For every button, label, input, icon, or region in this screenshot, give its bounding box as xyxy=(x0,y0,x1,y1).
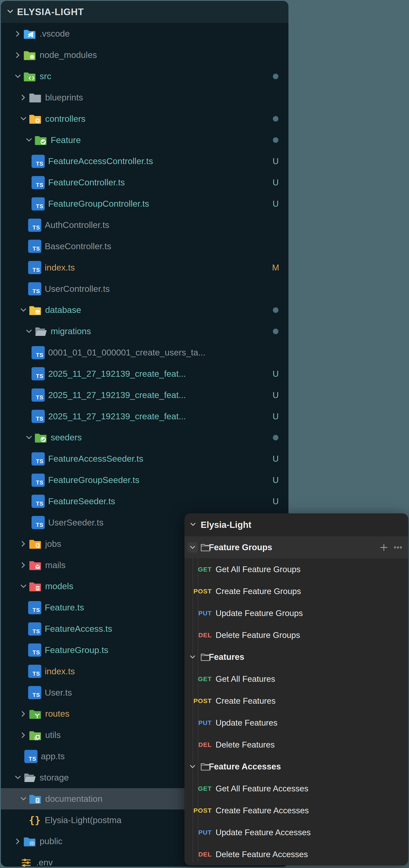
tree-item-label: .env xyxy=(36,858,53,867)
tree-item-featuregroupseeder-ts[interactable]: TSFeatureGroupSeeder.tsU xyxy=(1,469,288,491)
tree-item-featureseeder-ts[interactable]: TSFeatureSeeder.tsU xyxy=(1,491,288,512)
http-method-badge: PUT xyxy=(184,610,212,617)
tree-item-featureaccesscontroller-ts[interactable]: TSFeatureAccessController.tsU xyxy=(1,151,288,172)
request-row-create-feature-accesses[interactable]: POSTCreate Feature Accesses xyxy=(184,800,408,822)
collection-folder-features[interactable]: Features xyxy=(184,646,408,668)
http-method-badge: PUT xyxy=(184,829,212,836)
ts-file-icon: TS xyxy=(32,452,45,465)
tree-item-label: node_modules xyxy=(40,50,97,60)
more-options-button[interactable] xyxy=(393,542,403,553)
tree-item--vscode[interactable]: .vscode xyxy=(1,23,288,44)
git-status-badge: U xyxy=(263,497,288,506)
tree-item-usercontroller-ts[interactable]: TSUserController.ts xyxy=(1,278,288,300)
http-method-badge: POST xyxy=(184,697,212,705)
ts-file-icon: TS xyxy=(28,622,41,636)
tree-item-database[interactable]: database xyxy=(1,300,288,321)
collection-title: Elysia-Light xyxy=(201,520,251,530)
tree-item-2025-11-27-192139-create-feat-[interactable]: TS2025_11_27_192139_create_feat...U xyxy=(1,406,288,427)
database-folder-icon xyxy=(29,304,42,317)
tree-item-label: routes xyxy=(45,709,69,719)
tree-item-seeders[interactable]: seeders xyxy=(1,427,288,448)
ts-file-icon: TS xyxy=(32,197,45,211)
collection-folder-feature-accesses[interactable]: Feature Accesses xyxy=(184,755,408,778)
modified-dot-badge xyxy=(273,137,279,143)
add-request-button[interactable] xyxy=(379,542,389,553)
request-row-update-features[interactable]: PUTUpdate Features xyxy=(184,712,408,734)
modified-dot-badge xyxy=(273,116,279,122)
chevron-right-icon xyxy=(13,51,23,60)
http-method-badge: DEL xyxy=(184,741,212,748)
request-row-create-features[interactable]: POSTCreate Features xyxy=(184,690,408,712)
tree-item-label: index.ts xyxy=(45,666,75,676)
request-row-delete-feature-groups[interactable]: DELDelete Feature Groups xyxy=(184,624,408,646)
tree-item-basecontroller-ts[interactable]: TSBaseController.ts xyxy=(1,236,288,257)
tree-item-src[interactable]: src xyxy=(1,66,288,87)
tree-item-migrations[interactable]: migrations xyxy=(1,321,288,342)
chevron-down-icon xyxy=(19,305,28,315)
git-status-badge: U xyxy=(263,454,288,464)
tree-item-node-modules[interactable]: node_modules xyxy=(1,44,288,66)
request-row-get-all-feature-accesses[interactable]: GETGet All Feature Accesses xyxy=(184,778,408,800)
collection-folder-label: Feature Accesses xyxy=(209,762,281,771)
tree-item-2025-11-27-192139-create-feat-[interactable]: TS2025_11_27_192139_create_feat...U xyxy=(1,363,288,384)
modified-dot-badge xyxy=(273,74,279,79)
git-status-badge: U xyxy=(263,475,288,485)
chevron-down-icon xyxy=(19,794,28,804)
request-row-get-all-features[interactable]: GETGet All Features xyxy=(184,668,408,690)
request-row-update-feature-groups[interactable]: PUTUpdate Feature Groups xyxy=(184,602,408,624)
ts-file-icon: TS xyxy=(32,410,45,423)
request-row-update-feature-accesses[interactable]: PUTUpdate Feature Accesses xyxy=(184,822,408,843)
models-folder-icon xyxy=(29,580,42,593)
request-label: Create Feature Accesses xyxy=(215,806,309,815)
ts-file-icon: TS xyxy=(28,282,41,296)
globe-folder-icon xyxy=(23,835,36,848)
tree-item-blueprints[interactable]: blueprints xyxy=(1,87,288,108)
collection-header[interactable]: Elysia-Light xyxy=(184,514,408,536)
tree-item-label: AuthController.ts xyxy=(45,220,109,230)
collection-folder-label: Feature Groups xyxy=(209,542,272,552)
explorer-root-header[interactable]: ELYSIA-LIGHT xyxy=(1,1,288,23)
ts-file-icon: TS xyxy=(28,601,41,614)
chevron-down-icon xyxy=(24,135,34,145)
chevron-right-icon xyxy=(19,731,28,740)
tree-item-label: 0001_01_01_000001_create_users_ta... xyxy=(48,348,206,358)
ts-file-icon: TS xyxy=(28,686,41,699)
git-status-badge: U xyxy=(263,369,288,379)
request-row-get-all-feature-groups[interactable]: GETGet All Feature Groups xyxy=(184,558,408,580)
modified-dot-badge xyxy=(273,307,279,313)
tree-item-authcontroller-ts[interactable]: TSAuthController.ts xyxy=(1,215,288,236)
chevron-down-icon xyxy=(187,542,198,553)
tree-item-featureaccessseeder-ts[interactable]: TSFeatureAccessSeeder.tsU xyxy=(1,448,288,469)
tree-item-feature[interactable]: Feature xyxy=(1,129,288,151)
tree-item-label: public xyxy=(40,836,62,846)
ts-file-icon: TS xyxy=(28,219,41,232)
chevron-down-icon xyxy=(13,72,23,81)
tree-item-label: .vscode xyxy=(40,29,70,39)
request-label: Get All Feature Groups xyxy=(215,565,300,574)
tree-item-label: database xyxy=(45,305,81,315)
tree-item-label: FeatureController.ts xyxy=(48,178,125,188)
tree-item-label: FeatureGroupController.ts xyxy=(48,199,149,209)
request-row-delete-features[interactable]: DELDelete Features xyxy=(184,734,408,755)
http-method-badge: POST xyxy=(184,807,212,814)
request-row-delete-feature-accesses[interactable]: DELDelete Feature Accesses xyxy=(184,843,408,865)
request-row-create-feature-groups[interactable]: POSTCreate Feature Groups xyxy=(184,580,408,602)
http-method-badge: GET xyxy=(184,785,212,792)
ts-file-icon: TS xyxy=(32,346,45,359)
ts-file-icon: TS xyxy=(32,495,45,508)
tree-item-index-ts[interactable]: TSindex.tsM xyxy=(1,257,288,278)
tree-item-0001-01-01-000001-create-users-ta-[interactable]: TS0001_01_01_000001_create_users_ta... xyxy=(1,342,288,363)
ts-file-icon: TS xyxy=(32,473,45,487)
tree-item-label: BaseController.ts xyxy=(45,241,111,251)
tree-item-label: app.ts xyxy=(41,751,65,762)
tree-item-featuregroupcontroller-ts[interactable]: TSFeatureGroupController.tsU xyxy=(1,193,288,215)
tree-item-label: FeatureSeeder.ts xyxy=(48,496,115,506)
ts-file-icon: TS xyxy=(32,176,45,189)
tree-item-label: models xyxy=(45,581,73,591)
http-method-badge: DEL xyxy=(184,851,212,858)
tree-item-featurecontroller-ts[interactable]: TSFeatureController.tsU xyxy=(1,172,288,193)
tree-item-controllers[interactable]: controllers xyxy=(1,108,288,129)
collection-folder-feature-groups[interactable]: Feature Groups xyxy=(184,536,408,558)
tree-item-2025-11-27-192139-create-feat-[interactable]: TS2025_11_27_192139_create_feat...U xyxy=(1,384,288,406)
open-folder-icon xyxy=(34,325,47,338)
